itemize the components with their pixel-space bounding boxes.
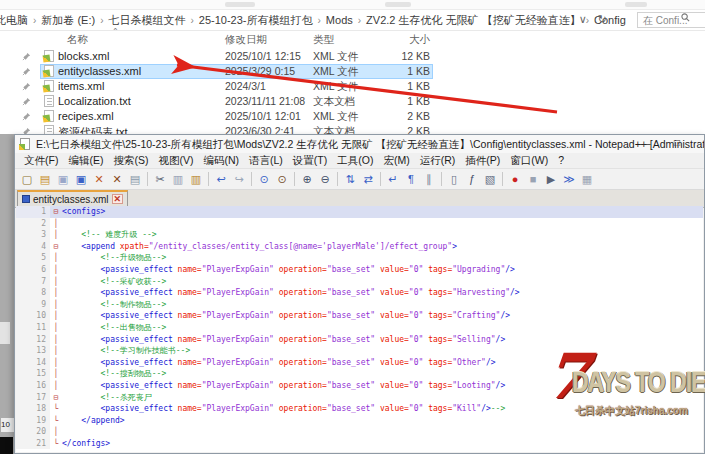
code-line-10[interactable]: 10│ <passive_effect name="PlayerExpGain"… xyxy=(16,310,703,322)
code-line-17[interactable]: 17⊟ <!--杀死丧尸 xyxy=(16,392,703,404)
refresh-icon[interactable]: ↻ xyxy=(598,13,607,25)
file-row-blocks.xml[interactable]: blocks.xml2025/10/1 12:15XML 文件12 KB xyxy=(0,49,705,64)
menu-l[interactable]: 语言(L) xyxy=(244,153,288,169)
fold-collapse-icon[interactable]: ⊟ xyxy=(50,206,62,218)
replace-icon[interactable]: ⊙ xyxy=(274,171,290,187)
breadcrumb-item[interactable]: ZV2.2 生存优化 无限矿 【挖矿无经验直连】 xyxy=(363,13,584,27)
breadcrumb-item[interactable]: 七日杀模组文件 xyxy=(105,13,188,27)
zoom-in-icon[interactable]: ⊕ xyxy=(299,171,315,187)
file-size: 1 KB xyxy=(355,65,430,77)
column-header-size[interactable]: 大小 xyxy=(355,33,430,47)
line-number: 3 xyxy=(16,229,50,241)
redo-icon[interactable]: ↪ xyxy=(231,171,247,187)
menu-s[interactable]: 搜索(S) xyxy=(108,153,153,169)
code-line-3[interactable]: 3│ <!-- 难度升级 --> xyxy=(16,229,703,241)
menu-t[interactable]: 设置(T) xyxy=(288,153,332,169)
title-bar[interactable]: E:\七日杀模组文件\25-10-23-所有模组打包\Mods\ZV2.2 生存… xyxy=(15,135,704,153)
cut-icon[interactable]: ✂ xyxy=(152,171,168,187)
file-row-Localization.txt[interactable]: Localization.txt2023/11/11 21:08文本文档1 KB xyxy=(0,94,705,109)
code-line-12[interactable]: 12│ <passive_effect name="PlayerExpGain"… xyxy=(16,334,703,346)
new-file-icon[interactable]: ▢ xyxy=(19,171,35,187)
file-row-items.xml[interactable]: items.xml2024/3/1XML 文件1 KB xyxy=(0,79,705,94)
fold-collapse-icon[interactable]: ⊟ xyxy=(50,392,62,404)
doc-map-icon[interactable]: ▯ xyxy=(446,171,462,187)
column-header-type[interactable]: 类型 xyxy=(313,33,334,47)
address-dropdown-icon[interactable]: ∨ xyxy=(579,13,587,25)
code-line-4[interactable]: 4⊟ <append xpath="/entity_classes/entity… xyxy=(16,241,703,253)
code-line-7[interactable]: 7│ <!--采矿收获--> xyxy=(16,276,703,288)
code-line-6[interactable]: 6│ <passive_effect name="PlayerExpGain" … xyxy=(16,264,703,276)
menu-w[interactable]: 窗口(W) xyxy=(505,153,553,169)
search-icon[interactable] xyxy=(681,13,690,22)
menu-f[interactable]: 文件(F) xyxy=(19,153,63,169)
breadcrumb-separator: › xyxy=(316,15,323,26)
explorer-address-bar[interactable]: 此电脑›新加卷 (E:)›七日杀模组文件›25-10-23-所有模组打包›Mod… xyxy=(0,10,705,31)
breadcrumb-item[interactable]: 新加卷 (E:) xyxy=(38,13,98,27)
indent-guide-icon[interactable]: ∥ xyxy=(421,171,437,187)
record-macro-icon[interactable]: ● xyxy=(507,171,523,187)
file-row-entityclasses.xml[interactable]: entityclasses.xml2025/3/29 0:15XML 文件1 K… xyxy=(0,64,705,79)
code-line-13[interactable]: 13│ <!--学习制作技能书--> xyxy=(16,345,703,357)
menu-?[interactable]: ? xyxy=(553,153,569,167)
editor[interactable]: 1⊟<configs>2│3│ <!-- 难度升级 -->4⊟ <append … xyxy=(16,206,703,452)
function-list-icon[interactable]: ƒ xyxy=(464,171,480,187)
code-line-20[interactable]: 20│ xyxy=(16,426,703,438)
code-line-16[interactable]: 16│ <passive_effect name="PlayerExpGain"… xyxy=(16,380,703,392)
save-all-icon[interactable]: ▣ xyxy=(73,171,89,187)
file-type: XML 文件 xyxy=(313,80,358,94)
code-line-21[interactable]: 21└</configs> xyxy=(16,438,703,450)
maximize-button[interactable]: □ xyxy=(664,135,690,153)
fold-collapse-icon[interactable]: ⊟ xyxy=(50,241,62,253)
menu-m[interactable]: 宏(M) xyxy=(378,153,414,169)
tab-entityclasses-xml[interactable]: entityclasses.xml ✕ xyxy=(17,190,128,206)
menu-r[interactable]: 运行(R) xyxy=(415,153,461,169)
word-wrap-icon[interactable]: ↵ xyxy=(385,171,401,187)
search-input[interactable]: 在 Confi... xyxy=(637,12,705,28)
code-line-1[interactable]: 1⊟<configs> xyxy=(16,206,703,218)
breadcrumb-item[interactable]: 25-10-23-所有模组打包 xyxy=(196,13,316,27)
sync-scroll-horizontal-icon[interactable]: ⇄ xyxy=(360,171,376,187)
show-all-characters-icon[interactable]: ¶ xyxy=(403,171,419,187)
undo-icon[interactable]: ↩ xyxy=(213,171,229,187)
print-icon[interactable]: ▤ xyxy=(127,171,143,187)
paste-icon[interactable]: ▥ xyxy=(188,171,204,187)
breadcrumb-item[interactable]: 此电脑 xyxy=(0,13,31,27)
zoom-out-icon[interactable]: ⊖ xyxy=(317,171,333,187)
save-file-icon[interactable]: ▣ xyxy=(55,171,71,187)
code-line-8[interactable]: 8│ <passive_effect name="PlayerExpGain" … xyxy=(16,287,703,299)
save-macro-icon[interactable]: ▦ xyxy=(579,171,595,187)
code-text: <!--采矿收获--> xyxy=(62,277,166,286)
line-number: 8 xyxy=(16,287,50,299)
code-line-2[interactable]: 2│ xyxy=(16,218,703,230)
menu-e[interactable]: 编辑(E) xyxy=(63,153,108,169)
column-header-name[interactable]: 名称 xyxy=(67,33,88,47)
stop-macro-icon[interactable]: ■ xyxy=(525,171,541,187)
breadcrumb-item[interactable]: Mods xyxy=(323,13,356,27)
code-line-15[interactable]: 15│ <!--搜刮物品--> xyxy=(16,368,703,380)
code-line-11[interactable]: 11│ <!--出售物品--> xyxy=(16,322,703,334)
sync-scroll-vertical-icon[interactable]: ⇅ xyxy=(342,171,358,187)
code-line-9[interactable]: 9│ <!--制作物品--> xyxy=(16,299,703,311)
menu-o[interactable]: 工具(O) xyxy=(332,153,378,169)
menu-p[interactable]: 插件(P) xyxy=(460,153,505,169)
close-all-icon[interactable]: ✕ xyxy=(109,171,125,187)
doc-switcher-icon[interactable]: ▧ xyxy=(482,171,498,187)
menu-v[interactable]: 视图(V) xyxy=(153,153,198,169)
play-macro-icon[interactable]: ▶ xyxy=(543,171,559,187)
minimize-button[interactable]: — xyxy=(632,135,658,153)
run-macro-multiple-icon[interactable]: ≫ xyxy=(561,171,577,187)
code-line-19[interactable]: 19└ </append> xyxy=(16,415,703,427)
close-file-icon[interactable]: ✕ xyxy=(91,171,107,187)
menu-n[interactable]: 编码(N) xyxy=(198,153,244,169)
tab-close-icon[interactable]: ✕ xyxy=(112,194,124,204)
fold-line: └ xyxy=(50,403,62,415)
open-file-icon[interactable]: ▤ xyxy=(37,171,53,187)
code-line-18[interactable]: 18└ <passive_effect name="PlayerExpGain"… xyxy=(16,403,703,415)
column-header-date[interactable]: 修改日期 xyxy=(225,33,267,47)
code-line-14[interactable]: 14│ <passive_effect name="PlayerExpGain"… xyxy=(16,357,703,369)
find-icon[interactable]: ⊙ xyxy=(256,171,272,187)
copy-icon[interactable]: ▥ xyxy=(170,171,186,187)
pin-icon xyxy=(22,52,31,61)
file-row-recipes.xml[interactable]: recipes.xml2025/10/1 12:01XML 文件2 KB xyxy=(0,109,705,124)
code-line-5[interactable]: 5│ <!--升级物品--> xyxy=(16,252,703,264)
